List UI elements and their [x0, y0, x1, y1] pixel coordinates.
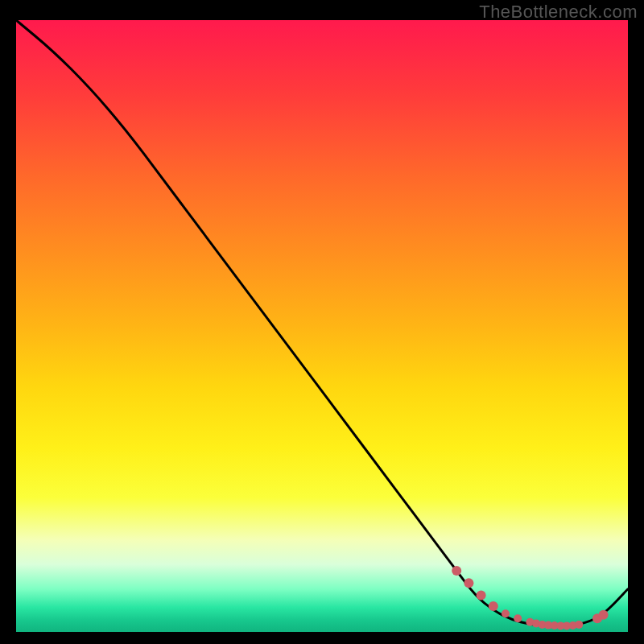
bottleneck-curve: [16, 20, 628, 625]
highlight-dots: [452, 566, 608, 630]
watermark-text: TheBottleneck.com: [479, 2, 638, 23]
chart-frame: TheBottleneck.com: [0, 0, 644, 644]
highlight-dot: [599, 610, 609, 620]
plot-area: [16, 20, 628, 632]
chart-svg: [16, 20, 628, 632]
highlight-dot: [452, 566, 461, 576]
curve-layer: [16, 20, 628, 625]
highlight-dot: [514, 614, 522, 622]
highlight-dot: [489, 601, 498, 611]
highlight-dot: [464, 578, 473, 588]
highlight-dot: [502, 609, 510, 617]
highlight-dot: [477, 590, 486, 600]
highlight-dot: [575, 621, 583, 629]
